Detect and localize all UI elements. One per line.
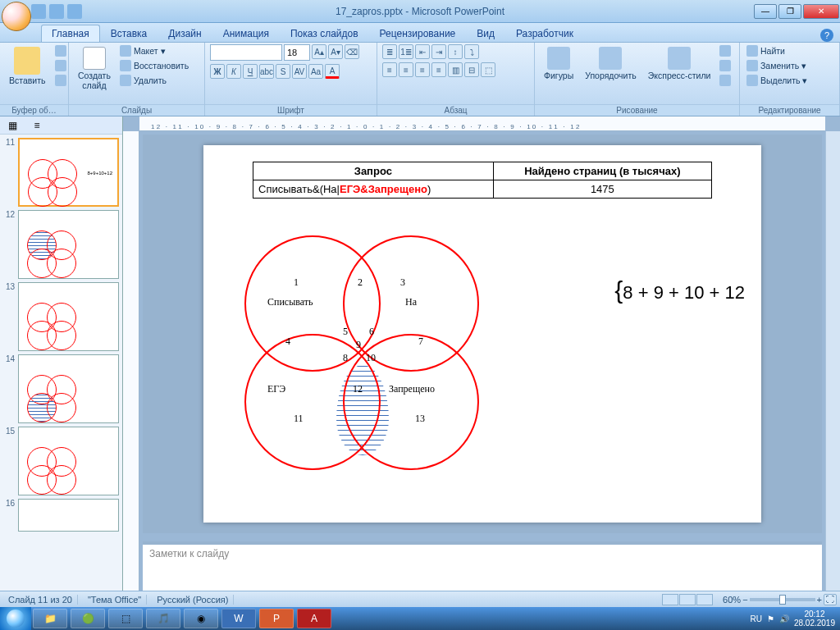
tray-volume-icon[interactable]: 🔊 — [779, 614, 789, 623]
tab-view[interactable]: Вид — [466, 25, 505, 42]
zoom-slider[interactable] — [750, 598, 815, 601]
vertical-scrollbar[interactable] — [825, 131, 840, 591]
slides-tab-icon[interactable]: ▦ — [0, 116, 25, 134]
region-9: 9 — [356, 339, 361, 351]
cell-pages: 1475 — [493, 180, 711, 199]
replace-button[interactable]: Заменить ▾ — [745, 59, 809, 72]
save-icon[interactable] — [31, 4, 46, 19]
grow-font-icon[interactable]: A▴ — [312, 44, 326, 59]
slide-editor[interactable]: ЗапросНайдено страниц (в тысячах) Списыв… — [203, 145, 761, 523]
delete-slide-button[interactable]: Удалить — [118, 74, 190, 87]
clear-format-icon[interactable]: ⌫ — [345, 44, 359, 59]
tab-review[interactable]: Рецензирование — [369, 25, 467, 42]
undo-icon[interactable] — [49, 4, 64, 19]
redo-icon[interactable] — [67, 4, 82, 19]
shapes-button[interactable]: Фигуры — [540, 44, 578, 84]
task-app-icon[interactable]: ⬚ — [108, 609, 143, 628]
quick-styles-button[interactable]: Экспресс-стили — [644, 44, 715, 84]
zoom-control[interactable]: 60% − + ⛶ — [723, 594, 837, 605]
shape-fill-icon[interactable] — [718, 44, 733, 57]
tray-clock[interactable]: 20:1228.02.2019 — [794, 609, 835, 628]
region-13: 13 — [415, 413, 425, 425]
outline-tab-icon[interactable]: ≡ — [25, 116, 49, 134]
cut-button[interactable] — [53, 44, 68, 57]
normal-view-icon[interactable] — [662, 594, 678, 605]
start-button[interactable] — [0, 607, 31, 630]
change-case-icon[interactable]: Aa — [308, 64, 323, 79]
line-spacing-icon[interactable]: ↕ — [448, 44, 463, 59]
align-right-icon[interactable]: ≡ — [415, 62, 430, 77]
thumb-slide-14[interactable] — [18, 354, 119, 423]
set-c-label: ЕГЭ — [267, 383, 285, 395]
task-word-icon[interactable]: W — [221, 609, 256, 628]
set-a-label: Списывать — [267, 296, 313, 308]
formula-text: {8 + 9 + 10 + 12 — [614, 276, 745, 304]
char-spacing-icon[interactable]: AV — [292, 64, 307, 79]
bold-button[interactable]: Ж — [210, 64, 225, 79]
align-left-icon[interactable]: ≡ — [382, 62, 397, 77]
tab-insert[interactable]: Вставка — [100, 25, 158, 42]
select-button[interactable]: Выделить ▾ — [745, 74, 809, 87]
task-powerpoint-icon[interactable]: P — [259, 609, 294, 628]
tab-slideshow[interactable]: Показ слайдов — [280, 25, 369, 42]
tab-design[interactable]: Дизайн — [158, 25, 212, 42]
tray-lang[interactable]: RU — [750, 614, 761, 623]
office-button[interactable] — [2, 2, 31, 31]
font-color-icon[interactable]: A — [325, 64, 340, 79]
font-size-input[interactable] — [284, 44, 310, 61]
task-music-icon[interactable]: 🎵 — [146, 609, 180, 628]
find-button[interactable]: Найти — [745, 44, 809, 57]
slideshow-view-icon[interactable] — [696, 594, 713, 605]
thumb-slide-13[interactable] — [18, 282, 119, 351]
zoom-in-icon[interactable]: + — [817, 595, 822, 605]
text-direction-icon[interactable]: ⤵ — [464, 44, 479, 59]
minimize-button[interactable]: — — [754, 4, 777, 19]
tray-flag-icon[interactable]: ⚑ — [767, 614, 774, 623]
copy-button[interactable] — [53, 59, 68, 72]
fit-zoom-icon[interactable]: ⛶ — [824, 594, 837, 605]
format-painter-button[interactable] — [53, 74, 68, 87]
numbering-icon[interactable]: 1≣ — [399, 44, 413, 59]
thumb-slide-16[interactable] — [18, 499, 119, 532]
tab-developer[interactable]: Разработчик — [505, 25, 584, 42]
underline-button[interactable]: Ч — [243, 64, 258, 79]
shape-effects-icon[interactable] — [718, 74, 733, 87]
reset-button[interactable]: Восстановить — [118, 59, 190, 72]
justify-icon[interactable]: ≡ — [431, 62, 446, 77]
tab-home[interactable]: Главная — [41, 25, 100, 42]
tab-animation[interactable]: Анимация — [212, 25, 280, 42]
paste-button[interactable]: Вставить — [5, 44, 50, 89]
new-slide-button[interactable]: Создать слайд — [74, 44, 115, 93]
indent-dec-icon[interactable]: ⇤ — [415, 44, 430, 59]
layout-button[interactable]: Макет ▾ — [118, 44, 190, 57]
strike-button[interactable]: abc — [259, 64, 274, 79]
font-name-input[interactable] — [210, 44, 282, 61]
arrange-button[interactable]: Упорядочить — [581, 44, 640, 84]
thumb-slide-15[interactable] — [18, 427, 119, 495]
task-pdf-icon[interactable]: A — [297, 609, 331, 628]
columns-icon[interactable]: ▥ — [448, 62, 463, 77]
notes-pane[interactable]: Заметки к слайду — [143, 541, 822, 591]
italic-button[interactable]: К — [226, 64, 241, 79]
align-text-icon[interactable]: ⊟ — [464, 62, 479, 77]
group-editing-label: Редактирование — [740, 104, 839, 116]
bullets-icon[interactable]: ≣ — [382, 44, 397, 59]
task-chrome-icon[interactable]: ◉ — [184, 609, 218, 628]
sorter-view-icon[interactable] — [679, 594, 696, 605]
task-explorer-icon[interactable]: 📁 — [33, 609, 67, 628]
maximize-button[interactable]: ❐ — [778, 4, 801, 19]
smartart-icon[interactable]: ⬚ — [481, 62, 495, 77]
shape-outline-icon[interactable] — [718, 59, 733, 72]
group-font-label: Шрифт — [205, 104, 377, 116]
thumb-slide-12[interactable] — [18, 210, 119, 279]
indent-inc-icon[interactable]: ⇥ — [431, 44, 446, 59]
zoom-out-icon[interactable]: − — [742, 595, 747, 605]
task-360-icon[interactable]: 🟢 — [71, 609, 105, 628]
shrink-font-icon[interactable]: A▾ — [328, 44, 343, 59]
help-icon[interactable]: ? — [820, 29, 833, 42]
thumb-slide-11[interactable]: 8+9+10+12 — [18, 138, 119, 207]
shadow-button[interactable]: S — [276, 64, 290, 79]
close-button[interactable]: ✕ — [803, 4, 839, 19]
align-center-icon[interactable]: ≡ — [399, 62, 413, 77]
thumb-number: 15 — [3, 427, 15, 495]
